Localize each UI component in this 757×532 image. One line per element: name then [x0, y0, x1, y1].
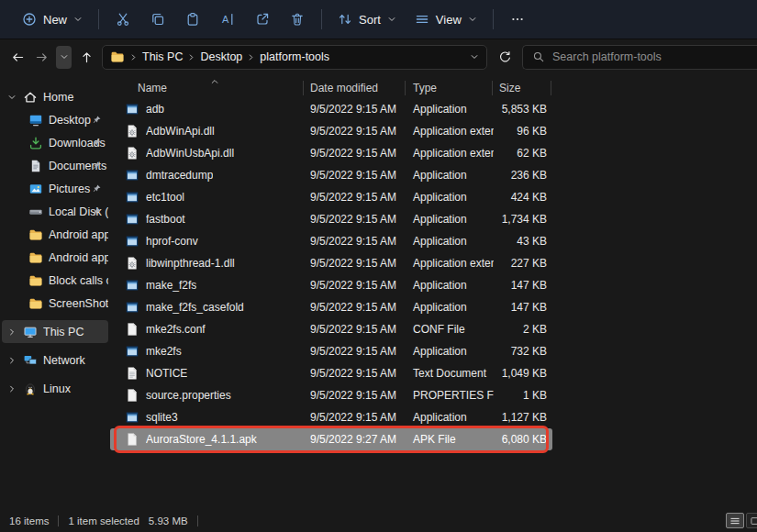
copy-button[interactable] [140, 6, 175, 33]
cut-button[interactable] [106, 6, 140, 33]
file-type: Text Document [406, 367, 494, 380]
column-divider[interactable] [405, 81, 406, 95]
view-button-label: View [436, 13, 462, 27]
sidebar-item-pictures[interactable]: Pictures [2, 177, 108, 200]
file-type: Application [406, 301, 494, 314]
chevron-right-icon[interactable] [129, 53, 138, 61]
view-button[interactable]: View [406, 6, 486, 32]
chevron-down-icon[interactable] [6, 93, 17, 102]
sidebar-item-desktop[interactable]: Desktop [2, 108, 108, 131]
sidebar-item-android-apps-on-w[interactable]: Android apps on W [2, 246, 108, 269]
file-row[interactable]: sqlite39/5/2022 9:15 AMApplication1,127 … [110, 406, 552, 428]
file-name-cell: adb [110, 102, 305, 116]
chevron-right-icon[interactable] [6, 384, 17, 393]
column-header-size[interactable]: Size [494, 82, 552, 94]
share-button[interactable] [245, 6, 280, 33]
file-row[interactable]: make_f2fs_casefold9/5/2022 9:15 AMApplic… [110, 296, 552, 318]
file-name-cell: libwinpthread-1.dll [110, 256, 305, 271]
file-row[interactable]: fastboot9/5/2022 9:15 AMApplication1,734… [110, 208, 552, 230]
breadcrumb-item[interactable]: platform-tools [257, 49, 332, 65]
sidebar-item-documents[interactable]: Documents [2, 154, 108, 177]
column-divider[interactable] [492, 81, 493, 95]
sidebar-item-linux[interactable]: Linux [2, 377, 108, 400]
chevron-right-icon[interactable] [187, 53, 195, 61]
pictures-icon [28, 182, 43, 196]
file-row[interactable]: etc1tool9/5/2022 9:15 AMApplication424 K… [110, 186, 552, 208]
file-row[interactable]: make_f2fs9/5/2022 9:15 AMApplication147 … [110, 274, 552, 296]
file-row[interactable]: hprof-conv9/5/2022 9:15 AMApplication43 … [110, 230, 552, 252]
file-name: AuroraStore_4.1.1.apk [146, 433, 257, 446]
paste-button[interactable] [175, 6, 210, 33]
sidebar-item-block-calls-on-and[interactable]: Block calls on And [2, 269, 108, 292]
file-row[interactable]: AdbWinApi.dll9/5/2022 9:15 AMApplication… [110, 120, 552, 142]
file-size: 236 KB [494, 169, 552, 182]
file-size: 424 KB [494, 191, 552, 204]
thumbnails-view-button[interactable] [746, 513, 757, 528]
file-row[interactable]: mke2fs.conf9/5/2022 9:15 AMCONF File2 KB [110, 318, 552, 340]
delete-button[interactable] [280, 6, 315, 33]
new-button[interactable]: New [13, 6, 92, 32]
file-date-modified: 9/5/2022 9:15 AM [305, 279, 406, 292]
file-name-cell: AdbWinUsbApi.dll [110, 146, 305, 161]
sidebar-item-home[interactable]: Home [2, 85, 108, 108]
more-options-button[interactable] [500, 6, 535, 33]
sort-button[interactable]: Sort [328, 6, 406, 32]
file-name: mke2fs.conf [146, 323, 206, 336]
up-button[interactable] [74, 45, 98, 69]
column-header-date-modified[interactable]: Date modified [305, 82, 406, 94]
file-size: 62 KB [494, 147, 552, 160]
file-row[interactable]: AdbWinUsbApi.dll9/5/2022 9:15 AMApplicat… [110, 142, 552, 164]
status-bar: 16 items 1 item selected 5.93 MB [0, 509, 757, 532]
file-list-area: Name Date modified Type Size adb9/5/2022… [110, 74, 757, 509]
breadcrumb-item[interactable]: This PC [139, 49, 185, 65]
chevron-down-icon [60, 52, 69, 61]
sidebar-item-screenshot[interactable]: ScreenShot [2, 292, 108, 315]
chevron-right-icon[interactable] [6, 327, 17, 337]
address-bar[interactable]: This PCDesktopplatform-tools [102, 45, 487, 70]
breadcrumb-item[interactable]: Desktop [197, 49, 245, 65]
file-date-modified: 9/5/2022 9:15 AM [305, 103, 406, 116]
file-row[interactable]: NOTICE9/5/2022 9:15 AMText Document1,049… [110, 362, 552, 384]
file-row[interactable]: libwinpthread-1.dll9/5/2022 9:15 AMAppli… [110, 252, 552, 274]
file-size: 227 KB [494, 257, 552, 270]
search-box[interactable] [522, 45, 757, 70]
file-date-modified: 9/5/2022 9:27 AM [305, 433, 406, 446]
up-arrow-icon [80, 50, 94, 64]
refresh-button[interactable] [493, 45, 517, 69]
column-divider[interactable] [551, 81, 551, 95]
chevron-right-icon[interactable] [6, 356, 17, 365]
pin-icon [92, 183, 102, 194]
sidebar-item-label: This PC [43, 326, 108, 338]
sidebar-item-downloads[interactable]: Downloads [2, 131, 108, 154]
sidebar-item-android-apps-on-w[interactable]: Android apps on W [2, 223, 108, 246]
column-header-name[interactable]: Name [110, 82, 305, 94]
search-input[interactable] [552, 50, 750, 63]
file-row[interactable]: adb9/5/2022 9:15 AMApplication5,853 KB [110, 98, 552, 120]
file-row[interactable]: dmtracedump9/5/2022 9:15 AMApplication23… [110, 164, 552, 186]
sidebar-item-this-pc[interactable]: This PC [2, 320, 108, 343]
forward-button[interactable] [29, 45, 53, 69]
app-icon [125, 212, 139, 227]
file-row[interactable]: AuroraStore_4.1.1.apk9/5/2022 9:27 AMAPK… [110, 428, 552, 450]
back-button[interactable] [6, 45, 29, 69]
column-header-type[interactable]: Type [406, 82, 494, 94]
delete-icon [290, 12, 305, 27]
file-row[interactable]: mke2fs9/5/2022 9:15 AMApplication732 KB [110, 340, 552, 362]
rename-button[interactable]: A [210, 6, 245, 33]
column-divider[interactable] [303, 81, 304, 95]
file-name: make_f2fs [146, 279, 196, 292]
file-name: AdbWinUsbApi.dll [146, 147, 234, 160]
details-view-button[interactable] [726, 513, 744, 528]
file-type: Application exten... [406, 147, 494, 160]
recent-locations-button[interactable] [56, 46, 72, 69]
details-view-icon [729, 515, 740, 526]
sidebar-item-network[interactable]: Network [2, 349, 108, 371]
sidebar-item-local-disk-g[interactable]: Local Disk (G:) [2, 200, 108, 223]
chevron-right-icon[interactable] [247, 53, 255, 61]
selection-count: 1 item selected [68, 515, 139, 526]
file-row[interactable]: source.properties9/5/2022 9:15 AMPROPERT… [110, 384, 552, 406]
status-divider [197, 515, 198, 526]
toolbar-divider [321, 9, 322, 29]
file-date-modified: 9/5/2022 9:15 AM [305, 213, 406, 226]
address-dropdown-chevron-icon[interactable] [470, 52, 479, 61]
